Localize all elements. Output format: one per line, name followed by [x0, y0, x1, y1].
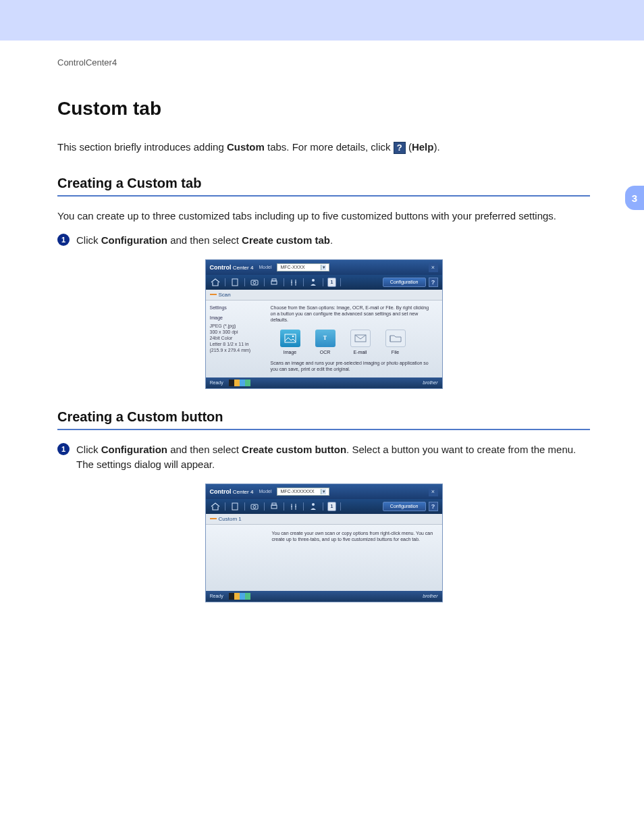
separator [340, 502, 341, 511]
svg-rect-0 [232, 279, 238, 286]
scan-image-label: Image [284, 350, 296, 355]
svg-rect-12 [271, 505, 277, 509]
cc4-body: You can create your own scan or copy opt… [206, 525, 442, 591]
model-label: Model [259, 265, 271, 269]
intro-help-word: Help [412, 141, 434, 153]
document-icon[interactable] [230, 278, 240, 287]
separator [225, 502, 225, 511]
configuration-button[interactable]: Configuration [383, 502, 426, 511]
email-icon [350, 330, 371, 347]
t: and then select [167, 444, 242, 455]
sidebar-settings-label: Settings [210, 305, 260, 311]
app-title: Control [210, 264, 232, 271]
screenshot-controlcenter-scan: Control Center 4 Model MFC-XXXX▾ × 1 Con… [205, 259, 443, 389]
home-icon[interactable] [210, 502, 221, 511]
tools-icon[interactable] [288, 278, 299, 287]
t-bold: Configuration [101, 234, 167, 246]
model-value: MFC-XXXX [280, 265, 304, 269]
scan-buttons-row: Image T OCR E-mail File [271, 330, 435, 355]
scan-ocr-button[interactable]: T OCR [315, 330, 336, 355]
printer-icon[interactable] [269, 502, 279, 511]
cc4-sidebar: Settings Image JPEG (*.jpg) 300 x 300 dp… [206, 301, 264, 377]
model-select[interactable]: MFC-XXXX▾ [277, 263, 329, 271]
model-select[interactable]: MFC-XXXXXXX▾ [277, 488, 329, 496]
camera-icon[interactable] [249, 278, 260, 287]
separator [323, 502, 323, 511]
intro-paren-close: ). [433, 141, 439, 153]
separator [303, 278, 304, 286]
separator [340, 278, 341, 286]
intro-paren-open: ( [406, 141, 412, 153]
image-icon [280, 330, 300, 347]
scan-description: Choose from the Scan options: Image, OCR… [271, 305, 435, 323]
document-icon[interactable] [230, 502, 240, 511]
svg-rect-4 [272, 279, 276, 281]
cc4-toolbar: 1 Configuration ? [206, 275, 442, 290]
camera-icon[interactable] [249, 502, 260, 511]
step-text: Click Configuration and then select Crea… [76, 442, 590, 473]
cc4-titlebar: Control Center 4 Model MFC-XXXXXXX▾ × [206, 484, 442, 499]
scan-footer-text: Scans an image and runs your pre-selecte… [271, 360, 435, 372]
svg-point-14 [312, 503, 315, 506]
separator [264, 278, 265, 286]
tools-icon[interactable] [288, 502, 299, 511]
tab-custom-1[interactable]: 1 [327, 278, 337, 287]
home-icon[interactable] [210, 278, 221, 287]
configuration-button[interactable]: Configuration [383, 278, 426, 287]
chevron-down-icon: ▾ [321, 489, 326, 494]
separator [244, 502, 245, 511]
top-band [0, 0, 644, 41]
cc4-main: Choose from the Scan options: Image, OCR… [264, 301, 442, 377]
custom-description: You can create your own scan or copy opt… [272, 530, 435, 542]
cc4-titlebar: Control Center 4 Model MFC-XXXX▾ × [206, 260, 442, 275]
intro-bold-custom: Custom [227, 141, 265, 153]
app-title: Control [210, 488, 232, 495]
t-bold: Create custom button [242, 444, 346, 455]
tab-custom-1[interactable]: 1 [327, 502, 337, 511]
folder-icon [385, 330, 406, 347]
t: Click [76, 234, 101, 246]
cc4-statusbar: Ready brother [206, 377, 442, 388]
ink-swatches [229, 380, 250, 386]
svg-rect-6 [285, 334, 296, 342]
app-title-light: Center 4 [232, 265, 254, 271]
person-icon[interactable] [308, 502, 319, 511]
app-title-light: Center 4 [232, 489, 254, 495]
help-icon[interactable]: ? [429, 278, 438, 287]
section-heading-create-button: Creating a Custom button [57, 409, 590, 427]
intro-paragraph: This section briefly introduces adding C… [57, 140, 590, 155]
scan-image-button[interactable]: Image [280, 330, 300, 355]
scan-email-button[interactable]: E-mail [350, 330, 371, 355]
step-1-create-tab: 1 Click Configuration and then select Cr… [57, 233, 590, 249]
scan-email-label: E-mail [354, 350, 367, 355]
help-icon[interactable]: ? [429, 502, 438, 511]
svg-point-2 [253, 281, 256, 284]
screenshot-controlcenter-custom: Control Center 4 Model MFC-XXXXXXX▾ × 1 … [205, 484, 443, 602]
close-icon[interactable]: × [429, 263, 438, 272]
step-1-create-button: 1 Click Configuration and then select Cr… [57, 442, 590, 473]
printer-icon[interactable] [269, 278, 279, 287]
separator [284, 278, 284, 286]
cc4-body: Settings Image JPEG (*.jpg) 300 x 300 dp… [206, 301, 442, 377]
section-heading-create-tab: Creating a Custom tab [57, 176, 590, 194]
person-icon[interactable] [308, 278, 319, 287]
page-title: Custom tab [57, 98, 590, 120]
sidebar-details: JPEG (*.jpg) 300 x 300 dpi 24bit Color L… [210, 323, 260, 353]
svg-rect-3 [271, 281, 277, 284]
intro-pre: This section briefly introduces adding [57, 141, 227, 153]
cc4-main: You can create your own scan or copy opt… [265, 525, 442, 591]
step-text: Click Configuration and then select Crea… [76, 233, 333, 249]
separator [323, 278, 323, 286]
close-icon[interactable]: × [429, 487, 438, 496]
scan-ocr-label: OCR [320, 350, 331, 355]
svg-point-5 [312, 279, 315, 282]
brand-label: brother [423, 380, 437, 385]
section-rule [57, 429, 590, 430]
chip-accent [210, 294, 217, 295]
scan-file-button[interactable]: File [385, 330, 406, 355]
svg-point-11 [253, 505, 256, 508]
t-bold: Create custom tab [242, 234, 330, 246]
chip-label: Scan [219, 292, 231, 298]
svg-point-7 [292, 335, 294, 337]
section-rule [57, 195, 590, 197]
